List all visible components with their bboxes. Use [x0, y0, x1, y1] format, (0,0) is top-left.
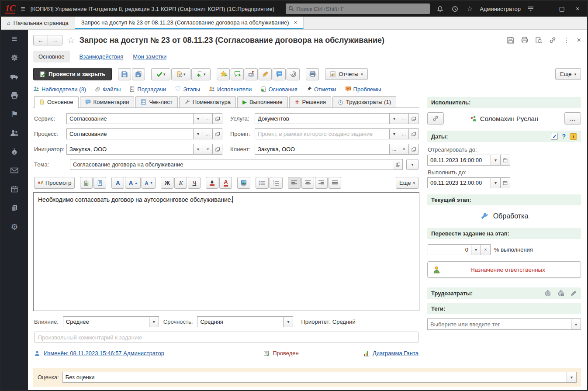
- font-smaller-button[interactable]: A▾: [142, 177, 156, 189]
- users-icon[interactable]: [8, 127, 21, 138]
- print-icon[interactable]: [8, 90, 21, 101]
- bullet-list-button[interactable]: [256, 177, 269, 189]
- react-until-input[interactable]: [427, 155, 491, 166]
- subject-input[interactable]: [70, 159, 393, 170]
- discussion-button[interactable]: [273, 68, 286, 80]
- react-until-dropdown[interactable]: ▾: [491, 155, 501, 166]
- tab-comments[interactable]: Комментарии: [80, 96, 135, 107]
- rating-dropdown-button[interactable]: ▾: [567, 372, 577, 383]
- subject-open-button[interactable]: [393, 159, 403, 170]
- settings-gear-icon[interactable]: ⚙: [8, 221, 21, 232]
- offering-choose-button[interactable]: …: [399, 113, 409, 124]
- project-choose-button[interactable]: …: [399, 128, 409, 139]
- rating-input[interactable]: [62, 372, 567, 383]
- get-link-icon[interactable]: [549, 37, 556, 44]
- initiator-open-button[interactable]: [212, 144, 222, 155]
- print-toolbar-button[interactable]: [306, 68, 319, 80]
- minimize-button[interactable]: ─: [541, 5, 551, 12]
- preview-toggle-button[interactable]: Просмотр: [34, 177, 75, 189]
- influence-input[interactable]: [63, 316, 149, 327]
- timer-stop-icon[interactable]: [557, 290, 564, 297]
- align-right-button[interactable]: [315, 177, 328, 189]
- dates-info-icon[interactable]: i: [570, 133, 577, 140]
- italic-button[interactable]: К: [174, 177, 187, 189]
- initiator-input[interactable]: [66, 144, 194, 155]
- numbered-list-button[interactable]: 12: [270, 177, 283, 189]
- due-until-dropdown[interactable]: ▾: [491, 177, 501, 188]
- sections-menu-icon[interactable]: ≡: [8, 33, 21, 45]
- due-until-input[interactable]: [427, 177, 491, 188]
- timer-start-icon[interactable]: [544, 290, 551, 297]
- description-editor[interactable]: Необходимо согласовать договор на аутсор…: [33, 192, 419, 311]
- tab-labor[interactable]: Трудозатраты (1): [332, 96, 396, 107]
- executors-link[interactable]: Исполнители: [209, 86, 252, 93]
- preview-icon[interactable]: [535, 37, 542, 44]
- grounds-link[interactable]: Основания: [260, 86, 297, 93]
- create-based-button[interactable]: ▾: [191, 68, 211, 80]
- client-open-button[interactable]: [408, 144, 419, 155]
- reports-button[interactable]: Отчеты ▾: [325, 68, 367, 80]
- assign-responsible-button[interactable]: Назначение ответственных: [427, 261, 581, 278]
- font-color-button[interactable]: A: [219, 177, 232, 189]
- client-clear-button[interactable]: ×: [399, 144, 409, 155]
- delivery-icon[interactable]: [8, 71, 21, 82]
- problems-link[interactable]: Проблемы: [345, 86, 381, 93]
- project-open-button[interactable]: [408, 128, 419, 139]
- tab-checklist[interactable]: Чек-лист: [135, 96, 177, 107]
- react-until-calendar-button[interactable]: [500, 155, 510, 166]
- subtasks-link[interactable]: Подзадачи: [129, 86, 166, 93]
- post-button[interactable]: ▾: [151, 68, 170, 80]
- files-link[interactable]: Файлы: [95, 86, 121, 93]
- add-comment-button[interactable]: [231, 68, 244, 80]
- nav-tab-main[interactable]: Основное: [33, 51, 70, 62]
- helpdesk-icon[interactable]: ☸: [8, 52, 21, 63]
- executor-value[interactable]: Соломахин Руслан: [444, 115, 564, 122]
- create-based-deferred-button[interactable]: ▾: [171, 68, 190, 80]
- more-kebab-icon[interactable]: ⋮: [563, 36, 570, 44]
- client-input[interactable]: [255, 144, 390, 155]
- executor-link-button[interactable]: [427, 112, 444, 125]
- nav-tab-interactions[interactable]: Взаимодействия: [80, 53, 124, 60]
- add-favorite-button[interactable]: [217, 68, 230, 80]
- tab-execution[interactable]: ▶ Выполнение: [237, 96, 288, 107]
- highlighter-button[interactable]: [259, 68, 272, 80]
- highlight-color-button[interactable]: [206, 177, 218, 189]
- percent-dropdown-button[interactable]: ▾: [471, 244, 481, 255]
- finance-icon[interactable]: s: [8, 146, 21, 157]
- tab-close-icon[interactable]: ×: [294, 19, 297, 26]
- more-button[interactable]: Еще ▾: [555, 68, 581, 80]
- history-icon[interactable]: [450, 6, 460, 12]
- tab-home[interactable]: ⌂ Начальная страница: [1, 17, 75, 29]
- favorite-star-icon[interactable]: ☆: [67, 35, 75, 45]
- offering-open-button[interactable]: [408, 113, 419, 124]
- save-copy-button[interactable]: [132, 68, 145, 80]
- mail-report-icon[interactable]: [8, 165, 21, 176]
- tab-main[interactable]: Основное: [34, 96, 79, 107]
- editor-more-button[interactable]: Еще ▾: [396, 177, 419, 189]
- font-bigger-button[interactable]: A▴: [125, 177, 140, 189]
- main-menu-icon[interactable]: ≡: [21, 4, 25, 14]
- modified-link[interactable]: Изменён: 08.11.2023 15:46:57 Администрат…: [44, 350, 164, 356]
- back-button[interactable]: ←: [33, 35, 48, 45]
- font-button[interactable]: A: [111, 177, 124, 189]
- tab-nomenclature[interactable]: Номенклатура: [179, 96, 236, 107]
- 1c-logo-icon[interactable]: 1С: [5, 4, 15, 14]
- save-icon[interactable]: [507, 37, 514, 44]
- dates-checkbox[interactable]: ✓: [551, 133, 558, 140]
- align-left-button[interactable]: [288, 177, 301, 189]
- business-process-button[interactable]: [287, 68, 300, 80]
- urgency-dropdown-button[interactable]: ▾: [283, 316, 293, 327]
- notifications-bell-icon[interactable]: [435, 6, 445, 12]
- save-button[interactable]: [118, 68, 131, 80]
- process-choose-button[interactable]: …: [203, 128, 213, 139]
- service-open-button[interactable]: [212, 113, 222, 124]
- insert-picture-button[interactable]: [237, 177, 250, 189]
- comment-input[interactable]: [34, 332, 419, 343]
- service-input[interactable]: [66, 113, 194, 124]
- tags-input[interactable]: [427, 318, 571, 330]
- close-window-button[interactable]: ×: [572, 5, 583, 12]
- documents-icon[interactable]: [8, 202, 21, 214]
- offering-dropdown-button[interactable]: ▾: [389, 113, 399, 124]
- underline-button[interactable]: Ч: [188, 177, 201, 189]
- urgency-input[interactable]: [197, 316, 284, 327]
